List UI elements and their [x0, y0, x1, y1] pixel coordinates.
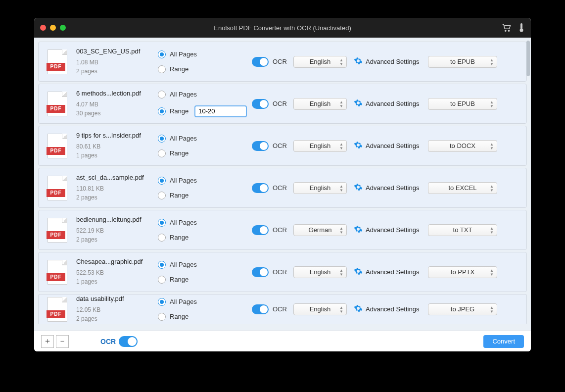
titlebar: Enolsoft PDF Converter with OCR (Unactiv… [34, 18, 531, 38]
minimize-button[interactable] [50, 25, 56, 31]
convert-button[interactable]: Convert [483, 335, 524, 348]
advanced-settings-button[interactable]: Advanced Settings [354, 56, 428, 67]
range-radio[interactable] [158, 234, 166, 242]
language-select[interactable]: German▲▼ [293, 224, 347, 236]
range-radio[interactable] [158, 65, 166, 73]
range-radio[interactable] [158, 107, 166, 115]
page-selection: All Pages Range [158, 135, 252, 157]
add-file-button[interactable]: ＋ [41, 335, 54, 348]
format-select[interactable]: to EPUB▲▼ [428, 98, 497, 110]
advanced-settings-button[interactable]: Advanced Settings [354, 225, 428, 235]
language-select[interactable]: English▲▼ [293, 140, 347, 152]
format-select[interactable]: to JPEG▲▼ [428, 303, 497, 315]
language-select[interactable]: English▲▼ [293, 56, 347, 68]
scrollbar-thumb[interactable] [526, 41, 530, 76]
remove-file-button[interactable]: － [56, 335, 69, 348]
advanced-label: Advanced Settings [366, 305, 419, 313]
file-row[interactable]: PDF ast_sci_da...sample.pdf 110.81 KB 2 … [38, 168, 527, 208]
language-value: German [309, 226, 332, 234]
svg-point-0 [505, 30, 506, 31]
ocr-toggle[interactable] [252, 141, 269, 151]
advanced-label: Advanced Settings [366, 100, 419, 107]
advanced-settings-button[interactable]: Advanced Settings [354, 141, 428, 151]
app-window: Enolsoft PDF Converter with OCR (Unactiv… [34, 18, 531, 351]
file-name: data usability.pdf [76, 295, 158, 302]
range-label: Range [170, 149, 188, 157]
advanced-settings-button[interactable]: Advanced Settings [354, 183, 428, 193]
file-list-area: PDF 003_SC_ENG_US.pdf 1.08 MB 2 pages Al… [34, 38, 531, 331]
file-info: ast_sci_da...sample.pdf 110.81 KB 2 page… [76, 174, 158, 202]
file-size: 522.19 KB [76, 226, 158, 235]
ocr-toggle[interactable] [252, 304, 269, 314]
footer-ocr-label: OCR [100, 338, 116, 345]
file-pages: 30 pages [76, 109, 158, 118]
all-pages-radio[interactable] [158, 298, 166, 306]
thermometer-icon[interactable] [519, 23, 524, 32]
range-label: Range [170, 313, 188, 320]
gear-icon [354, 304, 363, 314]
page-selection: All Pages Range [158, 177, 252, 199]
format-select[interactable]: to PPTX▲▼ [428, 266, 497, 278]
range-radio[interactable] [158, 313, 166, 321]
ocr-toggle[interactable] [252, 267, 269, 277]
language-select[interactable]: English▲▼ [293, 98, 347, 110]
ocr-toggle[interactable] [252, 57, 269, 67]
advanced-label: Advanced Settings [366, 184, 419, 192]
format-select[interactable]: to EXCEL▲▼ [428, 182, 497, 194]
ocr-toggle[interactable] [252, 225, 269, 235]
pdf-file-icon: PDF [47, 92, 67, 116]
range-radio[interactable] [158, 192, 166, 199]
range-input[interactable] [194, 105, 247, 117]
language-select[interactable]: English▲▼ [293, 266, 347, 278]
gear-icon [354, 98, 363, 109]
range-radio[interactable] [158, 276, 166, 284]
all-pages-radio[interactable] [158, 219, 166, 227]
file-info: data usability.pdf 12.05 KB 2 pages [76, 295, 158, 323]
all-pages-label: All Pages [170, 298, 197, 305]
file-pages: 2 pages [76, 67, 158, 76]
all-pages-radio[interactable] [158, 177, 166, 185]
gear-icon [354, 141, 363, 151]
close-button[interactable] [40, 25, 46, 31]
all-pages-radio[interactable] [158, 50, 166, 58]
cart-icon[interactable] [502, 24, 511, 32]
all-pages-radio[interactable] [158, 261, 166, 269]
format-value: to EXCEL [448, 184, 476, 192]
file-row[interactable]: PDF data usability.pdf 12.05 KB 2 pages … [38, 294, 527, 324]
format-select[interactable]: to DOCX▲▼ [428, 140, 497, 152]
ocr-group: OCR [252, 141, 293, 151]
format-select[interactable]: to TXT▲▼ [428, 224, 497, 236]
all-pages-label: All Pages [170, 50, 197, 58]
ocr-label: OCR [273, 58, 287, 65]
ocr-group: OCR [252, 267, 293, 277]
format-select[interactable]: to EPUB▲▼ [428, 56, 497, 68]
pdf-file-icon: PDF [47, 176, 67, 200]
language-value: English [310, 100, 331, 107]
file-row[interactable]: PDF bedienung...leitung.pdf 522.19 KB 2 … [38, 210, 527, 250]
footer-ocr-toggle[interactable] [119, 336, 138, 347]
file-size: 12.05 KB [76, 305, 158, 314]
file-row[interactable]: PDF 6 methods...lection.pdf 4.07 MB 30 p… [38, 84, 527, 124]
range-label: Range [170, 192, 188, 199]
range-label: Range [170, 107, 188, 115]
file-row[interactable]: PDF 9 tips for s...Insider.pdf 80.61 KB … [38, 126, 527, 166]
file-size: 80.61 KB [76, 142, 158, 151]
file-row[interactable]: PDF Chesapea...graphic.pdf 522.53 KB 1 p… [38, 252, 527, 292]
advanced-settings-button[interactable]: Advanced Settings [354, 304, 428, 314]
ocr-toggle[interactable] [252, 99, 269, 109]
all-pages-radio[interactable] [158, 135, 166, 143]
format-value: to PPTX [451, 268, 474, 276]
advanced-settings-button[interactable]: Advanced Settings [354, 267, 428, 277]
all-pages-radio[interactable] [158, 91, 166, 98]
language-select[interactable]: English▲▼ [293, 182, 347, 194]
svg-point-3 [520, 29, 523, 32]
file-row[interactable]: PDF 003_SC_ENG_US.pdf 1.08 MB 2 pages Al… [38, 42, 527, 82]
page-selection: All Pages Range [158, 50, 252, 73]
ocr-label: OCR [273, 100, 287, 107]
advanced-settings-button[interactable]: Advanced Settings [354, 98, 428, 109]
ocr-toggle[interactable] [252, 183, 269, 193]
ocr-group: OCR [252, 99, 293, 109]
range-radio[interactable] [158, 149, 166, 157]
maximize-button[interactable] [60, 25, 66, 31]
language-select[interactable]: English▲▼ [293, 303, 347, 315]
